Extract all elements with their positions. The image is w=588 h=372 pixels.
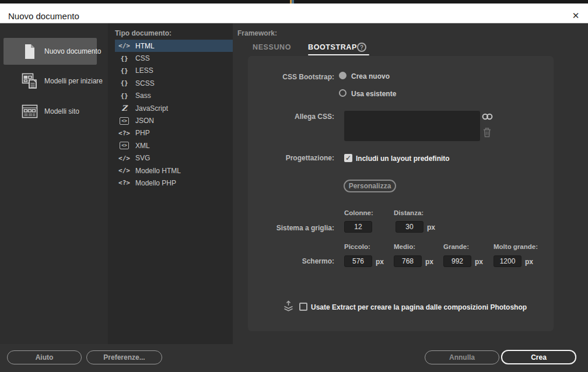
- doctype-item-label: Modello HTML: [135, 167, 181, 175]
- tab-bootstrap[interactable]: BOOTSTRAP: [308, 43, 357, 51]
- braces-icon: {}: [117, 92, 131, 100]
- distanza-label: Distanza:: [394, 209, 424, 216]
- boxed-code-icon: <>: [120, 117, 129, 125]
- radio-usa-esistente-label: Usa esistente: [351, 90, 396, 98]
- php-tag-icon: <?>: [117, 129, 131, 137]
- doctype-item-html[interactable]: </> HTML: [115, 40, 233, 52]
- piccolo-label: Piccolo:: [344, 243, 370, 250]
- code-tag-icon: </>: [117, 167, 131, 174]
- personalizza-button[interactable]: Personalizza: [344, 180, 396, 192]
- attach-css-list[interactable]: [344, 111, 480, 141]
- sidebar-item-modelli-sito[interactable]: Modelli sito: [4, 98, 97, 125]
- attach-link-icon[interactable]: [481, 113, 494, 121]
- doctype-item-modello-php[interactable]: <?> Modello PHP: [115, 177, 233, 189]
- doctype-item-modello-html[interactable]: </> Modello HTML: [115, 164, 233, 177]
- extract-icon: [283, 300, 294, 312]
- radio-crea-nuovo-label: Crea nuovo: [351, 72, 390, 80]
- active-tab-underline: [308, 54, 369, 55]
- doctype-item-xml[interactable]: <> XML: [115, 139, 233, 152]
- molto-grande-label: Molto grande:: [494, 243, 538, 250]
- doctype-item-sass[interactable]: {} Sass: [115, 90, 233, 102]
- grande-label: Grande:: [443, 243, 469, 250]
- close-icon[interactable]: ✕: [569, 9, 582, 22]
- molto-grande-field[interactable]: 1200: [494, 255, 522, 267]
- starter-templates-icon: [21, 72, 38, 90]
- sidebar-item-label: Nuovo documento: [44, 47, 101, 55]
- braces-icon: {}: [117, 79, 131, 87]
- radio-usa-esistente[interactable]: [339, 89, 346, 97]
- medio-unit: px: [425, 258, 433, 266]
- sidebar-item-modelli-per-iniziare[interactable]: Modelli per iniziare: [4, 68, 97, 94]
- sidebar-item-nuovo-documento[interactable]: Nuovo documento: [4, 38, 97, 65]
- doctype-item-label: JSON: [135, 117, 154, 125]
- piccolo-unit: px: [376, 258, 384, 266]
- preferenze-button[interactable]: Preferenze...: [86, 350, 162, 364]
- extract-checkbox[interactable]: [299, 303, 307, 311]
- boxed-code-icon: <>: [120, 142, 129, 149]
- site-templates-icon: [21, 104, 38, 118]
- css-bootstrap-label: CSS Bootstrap:: [248, 73, 334, 81]
- code-tag-icon: </>: [117, 155, 131, 162]
- sidebar-item-label: Modelli per iniziare: [44, 77, 103, 85]
- php-tag-icon: <?>: [117, 179, 131, 187]
- doctype-item-css[interactable]: {} CSS: [115, 52, 233, 64]
- piccolo-field[interactable]: 576: [344, 255, 372, 267]
- doctype-item-svg[interactable]: </> SVG: [115, 152, 233, 164]
- braces-icon: {}: [117, 55, 131, 62]
- schermo-label: Schermo:: [248, 257, 334, 265]
- grande-field[interactable]: 992: [443, 255, 471, 267]
- doctype-item-label: XML: [135, 142, 150, 150]
- new-document-icon: [21, 44, 38, 59]
- radio-crea-nuovo[interactable]: [339, 72, 346, 79]
- aiuto-button[interactable]: Aiuto: [7, 350, 82, 364]
- include-layout-checkbox[interactable]: ✓: [344, 154, 352, 162]
- doctype-item-label: SVG: [135, 154, 150, 162]
- colonne-field[interactable]: 12: [344, 221, 372, 233]
- doctype-item-json[interactable]: <> JSON: [115, 114, 233, 127]
- annulla-button[interactable]: Annulla: [425, 350, 499, 364]
- doctype-item-label: SCSS: [135, 79, 155, 87]
- grande-unit: px: [475, 258, 483, 266]
- doctype-item-label: Modello PHP: [135, 179, 176, 187]
- doctype-item-label: HTML: [135, 42, 155, 50]
- doctype-item-php[interactable]: <?> PHP: [115, 127, 233, 139]
- medio-field[interactable]: 768: [394, 255, 422, 267]
- framework-label: Framework:: [237, 29, 277, 37]
- doctype-item-label: CSS: [135, 54, 150, 62]
- bootstrap-panel: CSS Bootstrap: Crea nuovo Usa esistente …: [248, 56, 554, 331]
- help-icon[interactable]: ?: [357, 43, 366, 52]
- braces-icon: {}: [117, 67, 131, 75]
- distanza-field[interactable]: 30: [396, 221, 424, 233]
- allega-css-label: Allega CSS:: [248, 113, 334, 121]
- crea-button[interactable]: Crea: [501, 350, 576, 364]
- doctype-item-label: JavaScript: [135, 104, 168, 113]
- progettazione-label: Progettazione:: [248, 154, 334, 162]
- doctype-list: </> HTML {} CSS {} LESS {} SCSS {} Sass …: [115, 40, 233, 189]
- tab-nessuno[interactable]: NESSUNO: [253, 43, 291, 51]
- sidebar-item-label: Modelli sito: [44, 107, 79, 115]
- doctype-item-label: LESS: [135, 66, 153, 75]
- extract-label: Usate Extract per creare la pagina dalle…: [311, 303, 527, 311]
- doctype-item-label: PHP: [135, 129, 150, 137]
- medio-label: Medio:: [394, 243, 415, 250]
- javascript-icon: Z: [117, 104, 131, 113]
- include-layout-label: Includi un layout predefinito: [356, 155, 450, 163]
- delete-trash-icon[interactable]: [482, 127, 492, 138]
- category-sidebar: Nuovo documento Modelli per iniziare: [0, 23, 108, 344]
- doctype-item-label: Sass: [135, 92, 151, 100]
- distanza-unit: px: [427, 223, 435, 231]
- colonne-label: Colonne:: [344, 209, 373, 216]
- code-tag-icon: </>: [117, 42, 131, 50]
- doctype-item-less[interactable]: {} LESS: [115, 65, 233, 77]
- dialog-titlebar: Nuovo documento ✕: [0, 3, 588, 23]
- molto-grande-unit: px: [525, 258, 533, 266]
- sistema-griglia-label: Sistema a griglia:: [248, 224, 334, 232]
- doctype-header: Tipo documento:: [115, 29, 172, 37]
- doctype-item-scss[interactable]: {} SCSS: [115, 77, 233, 89]
- doctype-item-javascript[interactable]: Z JavaScript: [115, 102, 233, 114]
- dialog-title: Nuovo documento: [8, 11, 79, 21]
